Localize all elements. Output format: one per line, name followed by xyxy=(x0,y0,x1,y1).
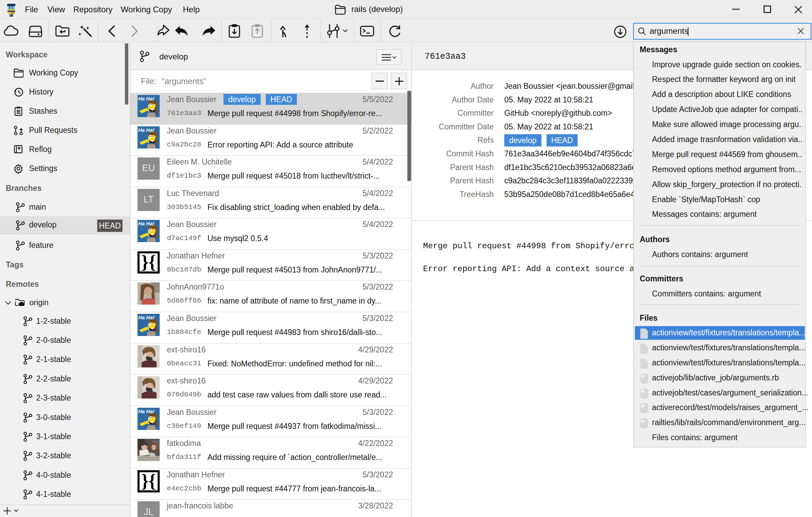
svg-text:Ha Ha!: Ha Ha! xyxy=(138,221,155,226)
svg-text:Ha Ha!: Ha Ha! xyxy=(138,96,155,101)
svg-text:Ha Ha!: Ha Ha! xyxy=(138,315,155,320)
svg-text:Ha Ha!: Ha Ha! xyxy=(138,408,155,414)
svg-text:Ha Ha!: Ha Ha! xyxy=(138,127,155,133)
